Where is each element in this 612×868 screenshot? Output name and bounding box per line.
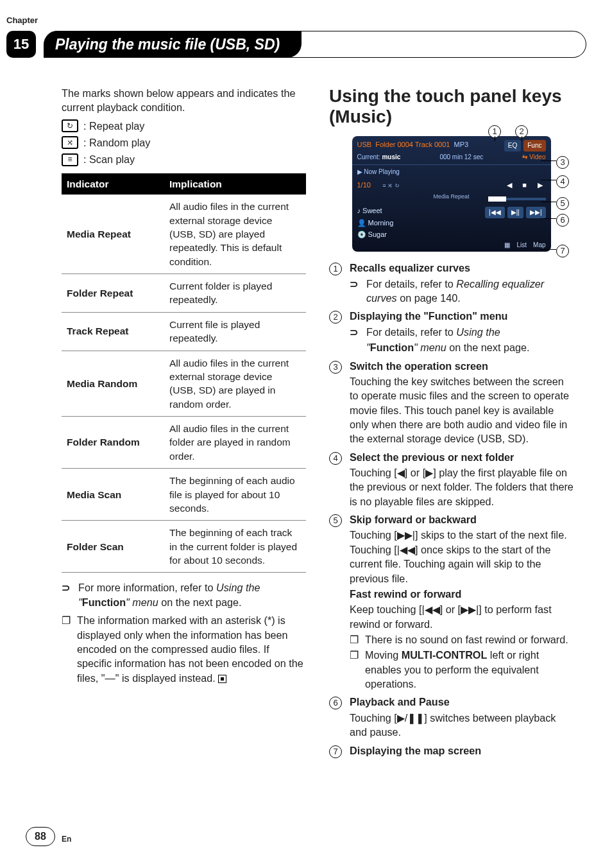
txt: Moving: [365, 649, 402, 661]
cell-k: Folder Repeat: [62, 274, 164, 313]
chapter-number-badge: 15: [6, 31, 36, 58]
table-row: Media ScanThe beginning of each audio fi…: [62, 469, 306, 521]
func-bold: Function: [82, 596, 126, 608]
feature-sub-line2: "Function" menu on the next page.: [350, 340, 574, 354]
txt: The information marked with an asterisk …: [77, 614, 303, 683]
ss-folder-track: Folder 0004 Track 0001: [375, 141, 450, 148]
left-column: The marks shown below appears and indica…: [62, 86, 306, 817]
feature-item: 1 Recalls equalizer curves ⊃ For details…: [329, 261, 574, 306]
chapter-title-bar: Playing the music file (USB, SD): [44, 31, 586, 58]
ss-list-btn[interactable]: List: [516, 241, 527, 248]
right-column: Using the touch panel keys (Music) USB F…: [329, 86, 574, 817]
cell-k: Folder Random: [62, 417, 164, 469]
feature-title: Displaying the map screen: [350, 743, 574, 758]
ss-usb: USB: [357, 141, 372, 148]
repeat-play-row: ↻ : Repeat play: [62, 119, 306, 133]
ss-track: 👤 Morning: [357, 218, 546, 228]
txt-italic: menu: [418, 342, 446, 353]
feature-item: 6 Playback and Pause Touching [▶/❚❚] swi…: [329, 695, 574, 740]
feature-title: Switch the operation screen: [350, 359, 574, 373]
indicator-table: Indicator Implication Media RepeatAll au…: [62, 173, 306, 573]
ss-transport-controls[interactable]: ◀■▶: [504, 180, 546, 190]
ss-track: 💿 Sugar: [357, 230, 546, 239]
scan-play-row: ≡ : Scan play: [62, 152, 306, 166]
feature-item: 4 Select the previous or next folder Tou…: [329, 450, 574, 510]
square-bullet-icon: ❐: [350, 632, 360, 647]
arrow-icon: ⊃: [350, 277, 361, 306]
txt: For details, refer to: [366, 326, 456, 338]
feature-item: 2 Displaying the "Function" menu ⊃ For d…: [329, 309, 574, 356]
num-6: 6: [329, 697, 342, 709]
repeat-icon: ↻: [62, 119, 78, 132]
cell-k: Media Random: [62, 351, 164, 417]
cell-v: Current file is played repeatedly.: [164, 312, 306, 351]
language-code: En: [62, 835, 71, 844]
th-indicator: Indicator: [62, 173, 164, 195]
cell-v: The beginning of each audio file is play…: [164, 469, 306, 521]
cell-k: Media Scan: [62, 469, 164, 521]
square-bullet-icon: ❐: [62, 613, 72, 685]
feature-title: Playback and Pause: [350, 695, 574, 709]
txt: For details, refer to: [366, 278, 456, 290]
num-7: 7: [329, 745, 342, 758]
th-implication: Implication: [164, 173, 306, 195]
table-row: Media RandomAll audio files in the curre…: [62, 351, 306, 417]
cell-v: All audio files in the current external …: [164, 195, 306, 273]
txt-italic: Using the: [216, 582, 260, 593]
txt: on the next page.: [446, 342, 530, 353]
feature-subtitle: Fast rewind or forward: [350, 587, 574, 601]
txt: Moving MULTI-CONTROL left or right enabl…: [365, 648, 574, 691]
feature-bullet: ❐There is no sound on fast rewind or for…: [350, 632, 574, 647]
feature-item: 3 Switch the operation screen Touching t…: [329, 359, 574, 447]
table-row: Folder RandomAll audio files in the curr…: [62, 417, 306, 469]
feature-item: 7 Displaying the map screen: [329, 743, 574, 758]
end-square-icon: [218, 675, 226, 683]
num-4: 4: [329, 452, 342, 465]
txt: on the next page.: [158, 596, 242, 608]
feature-para: Touching the key switches between the sc…: [350, 374, 574, 446]
txt: For more information, refer to: [78, 582, 216, 593]
cell-v: All audio files in the current folder ar…: [164, 417, 306, 469]
repeat-label: : Repeat play: [83, 119, 144, 133]
chapter-title: Playing the music file (USB, SD): [44, 36, 280, 53]
ss-map-btn[interactable]: Map: [533, 241, 545, 248]
random-label: : Random play: [83, 135, 150, 150]
txt-italic: menu: [130, 596, 158, 608]
txt-bold: MULTI-CONTROL: [402, 649, 488, 661]
ss-count: 1/10: [357, 181, 371, 189]
num-3: 3: [329, 361, 342, 374]
ss-current-label: Current:: [357, 153, 380, 161]
callout-4: 4: [556, 175, 569, 188]
page-number: 88: [26, 827, 55, 846]
ss-current-val: music: [382, 153, 400, 161]
cell-k: Folder Scan: [62, 521, 164, 573]
feature-list: 1 Recalls equalizer curves ⊃ For details…: [329, 261, 574, 758]
intro-text: The marks shown below appears and indica…: [62, 86, 306, 115]
ss-progress[interactable]: [488, 198, 546, 200]
num-5: 5: [329, 514, 342, 527]
feature-title: Select the previous or next folder: [350, 450, 574, 464]
scan-label: : Scan play: [83, 152, 135, 166]
feature-sub: For details, refer to Using the: [366, 325, 500, 339]
ss-now-playing: ▶ Now Playing: [352, 165, 551, 179]
feature-title: Recalls equalizer curves: [350, 261, 574, 275]
more-info-text: For more information, refer to Using the…: [78, 580, 260, 609]
ss-skip-btns[interactable]: |◀◀▶||▶▶|: [485, 207, 545, 218]
feature-para: Touching [◀] or [▶] play the first playa…: [350, 465, 574, 508]
chapter-label: Chapter: [6, 15, 38, 25]
callout-3: 3: [556, 156, 569, 169]
txt-italic: Using the: [456, 326, 500, 338]
arrow-icon: ⊃: [350, 325, 361, 339]
ss-eq-btn[interactable]: EQ: [504, 140, 521, 152]
cell-v: The beginning of each track in the curre…: [164, 521, 306, 573]
feature-para: Touching [▶▶|] skips to the start of the…: [350, 528, 574, 585]
feature-item: 5 Skip forward or backward Touching [▶▶|…: [329, 512, 574, 692]
ss-mp3: MP3: [454, 141, 469, 148]
feature-para: Keep touching [|◀◀] or [▶▶|] to perform …: [350, 602, 574, 631]
ss-func-btn[interactable]: Func: [523, 140, 545, 152]
feature-sub: For details, refer to Recalling equalize…: [366, 277, 574, 306]
num-2: 2: [329, 311, 342, 324]
cell-v: All audio files in the current external …: [164, 351, 306, 417]
feature-bullet: ❐ Moving MULTI-CONTROL left or right ena…: [350, 648, 574, 691]
table-row: Track RepeatCurrent file is played repea…: [62, 312, 306, 351]
